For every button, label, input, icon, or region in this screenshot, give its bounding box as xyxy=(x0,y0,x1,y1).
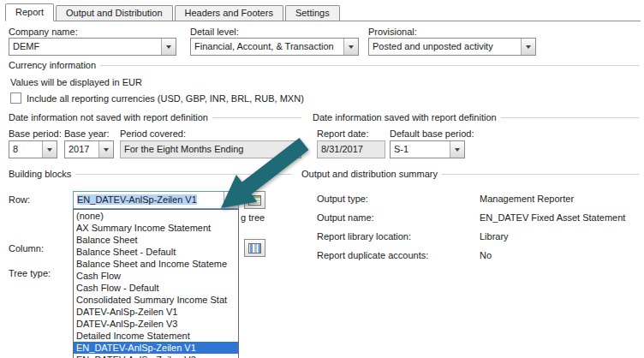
include-reporting-currencies-checkbox[interactable] xyxy=(10,92,21,104)
column-label: Column: xyxy=(9,243,44,254)
dropdown-item[interactable]: Detailed Income Statement xyxy=(74,330,238,342)
row-label: Row: xyxy=(9,194,30,205)
base-year-value: 2017 xyxy=(65,141,98,158)
tab-settings[interactable]: Settings xyxy=(285,5,340,21)
provisional-select[interactable]: Posted and unposted activity xyxy=(368,38,536,56)
company-name-label: Company name: xyxy=(9,27,78,37)
base-period-select[interactable]: 8 xyxy=(9,140,57,158)
report-library-location-label: Report library location: xyxy=(317,231,411,242)
output-name-value: EN_DATEV Fixed Asset Statement xyxy=(480,212,625,223)
report-library-location-value: Library xyxy=(480,231,509,242)
dropdown-item[interactable]: Consolidated Summary Income Stat xyxy=(74,294,238,306)
building-blocks-header: Building blocks xyxy=(9,169,291,179)
detail-level-label: Detail level: xyxy=(190,27,239,37)
tab-report[interactable]: Report xyxy=(5,3,54,21)
dropdown-item[interactable]: DATEV-AnlSp-Zeilen V3 xyxy=(74,318,238,330)
row-definition-dropdown-list[interactable]: (none) AX Summary Income Statement Balan… xyxy=(73,209,239,358)
default-base-period-select[interactable]: S-1 xyxy=(390,140,465,158)
dropdown-item[interactable]: Cash Flow xyxy=(74,270,238,282)
provisional-label: Provisional: xyxy=(368,27,417,37)
chevron-down-icon[interactable] xyxy=(224,192,238,208)
dropdown-item[interactable]: EN_DATEV-AnlSp-Zeilen V3 xyxy=(74,354,238,358)
period-covered-field[interactable]: For the Eight Months Ending xyxy=(120,140,301,158)
period-covered-label: Period covered: xyxy=(120,128,186,139)
detail-level-value: Financial, Account, & Transaction xyxy=(191,39,343,55)
output-summary-header: Output and distribution summary xyxy=(301,169,639,179)
base-year-select[interactable]: 2017 xyxy=(64,140,114,158)
company-name-value: DEMF xyxy=(9,39,161,55)
chevron-down-icon[interactable] xyxy=(521,39,535,55)
base-period-value: 8 xyxy=(9,141,42,158)
dropdown-item-selected[interactable]: EN_DATEV-AnlSp-Zeilen V1 xyxy=(74,342,238,354)
dropdown-item[interactable]: AX Summary Income Statement xyxy=(74,222,238,234)
report-date-field[interactable]: 8/31/2017 xyxy=(317,140,385,158)
chevron-down-icon[interactable] xyxy=(98,141,113,158)
dropdown-item[interactable]: Cash Flow - Default xyxy=(74,282,238,294)
tab-output-and-distribution[interactable]: Output and Distribution xyxy=(56,5,173,21)
row-definition-open-button[interactable] xyxy=(244,191,265,209)
company-name-select[interactable]: DEMF xyxy=(9,38,176,56)
row-definition-value: EN_DATEV-AnlSp-Zeilen V1 xyxy=(74,192,224,208)
chevron-down-icon[interactable] xyxy=(450,141,464,158)
chevron-down-icon[interactable] xyxy=(42,141,57,158)
base-year-label: Base year: xyxy=(64,128,110,139)
dropdown-item[interactable]: Balance Sheet - Default xyxy=(74,246,238,258)
default-base-period-label: Default base period: xyxy=(390,128,474,139)
dropdown-item[interactable]: Balance Sheet and Income Stateme xyxy=(74,258,238,270)
output-type-label: Output type: xyxy=(317,194,368,204)
grid-icon xyxy=(248,195,261,206)
tab-headers-and-footers[interactable]: Headers and Footers xyxy=(175,5,283,21)
date-saved-header: Date information saved with report defin… xyxy=(313,112,639,122)
tab-strip: Report Output and Distribution Headers a… xyxy=(5,3,641,21)
dropdown-item[interactable]: Balance Sheet xyxy=(74,234,238,246)
chevron-down-icon[interactable] xyxy=(343,39,358,55)
currency-information-header: Currency information xyxy=(9,60,639,70)
report-date-label: Report date: xyxy=(317,128,369,139)
output-name-label: Output name: xyxy=(317,212,374,223)
tree-type-label: Tree type: xyxy=(9,268,51,278)
include-reporting-currencies-label: Include all reporting currencies (USD, G… xyxy=(27,93,304,104)
chevron-down-icon[interactable] xyxy=(161,39,176,55)
dropdown-item[interactable]: DATEV-AnlSp-Zeilen V1 xyxy=(74,306,238,318)
output-type-value: Management Reporter xyxy=(480,194,574,204)
columns-icon xyxy=(248,243,261,254)
dropdown-item[interactable]: (none) xyxy=(74,210,238,222)
report-duplicate-accounts-label: Report duplicate accounts: xyxy=(317,250,428,260)
provisional-value: Posted and unposted activity xyxy=(369,39,521,55)
column-definition-open-button[interactable] xyxy=(244,239,265,257)
default-base-period-value: S-1 xyxy=(391,141,450,158)
detail-level-select[interactable]: Financial, Account, & Transaction xyxy=(190,38,359,56)
row-definition-select[interactable]: EN_DATEV-AnlSp-Zeilen V1 xyxy=(73,191,239,209)
date-not-saved-header: Date information not saved with report d… xyxy=(9,112,301,122)
base-period-label: Base period: xyxy=(9,128,62,139)
report-duplicate-accounts-value: No xyxy=(480,250,492,260)
currency-display-note: Values will be displayed in EUR xyxy=(10,77,142,87)
partial-reporting-tree-label: g tree xyxy=(241,212,265,223)
